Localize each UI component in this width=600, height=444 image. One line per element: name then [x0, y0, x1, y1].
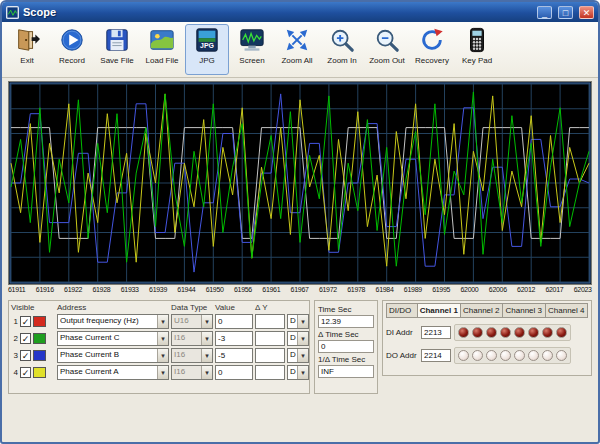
- x-tick-label: 61956: [234, 286, 252, 297]
- dido-panel: DI/DO Channel 1Channel 2Channel 3Channel…: [382, 300, 592, 376]
- channel-row: 1✓Output frequency (Hz)▾U16▾0D▾: [11, 314, 307, 329]
- data-type-dropdown[interactable]: U16▾: [171, 314, 213, 329]
- di-addr-input[interactable]: 2213: [421, 326, 451, 339]
- load-file-button[interactable]: Load File: [140, 24, 184, 75]
- do-addr-input[interactable]: 2214: [421, 349, 451, 362]
- row-visible-cell: 3✓: [11, 350, 55, 361]
- chevron-down-icon[interactable]: ▾: [297, 366, 308, 379]
- header-value: Value: [215, 303, 253, 312]
- row-index: 4: [11, 368, 18, 377]
- jpg-button[interactable]: JPGJPG: [185, 24, 229, 75]
- chevron-down-icon[interactable]: ▾: [157, 332, 168, 345]
- channel-color-swatch: [33, 367, 46, 378]
- zoom-out-button[interactable]: Zoom Out: [365, 24, 409, 75]
- x-tick-label: 62023: [574, 286, 592, 297]
- tab-channel-1[interactable]: Channel 1: [418, 303, 461, 318]
- data-type-dropdown[interactable]: I16▾: [171, 348, 213, 363]
- toolbar-button-label: Save File: [100, 56, 133, 65]
- delta-y-box: [255, 348, 285, 363]
- visible-checkbox[interactable]: ✓: [20, 316, 31, 327]
- do-led-indicator: [556, 350, 567, 361]
- x-tick-label: 61995: [432, 286, 450, 297]
- zoom-in-icon: [329, 27, 355, 53]
- data-type-dropdown[interactable]: I16▾: [171, 365, 213, 380]
- x-tick-label: 61939: [149, 286, 167, 297]
- toolbar-button-label: Screen: [239, 56, 264, 65]
- address-dropdown[interactable]: Phase Current A▾: [57, 365, 169, 380]
- toolbar: ExitRecordSave FileLoad FileJPGJPGScreen…: [2, 22, 598, 78]
- channel-row: 2✓Phase Current C▾I16▾-3D▾: [11, 331, 307, 346]
- x-tick-label: 61989: [404, 286, 422, 297]
- address-dropdown[interactable]: Phase Current B▾: [57, 348, 169, 363]
- value-box: -3: [215, 331, 253, 346]
- di-led-indicator: [514, 327, 525, 338]
- zoom-all-button[interactable]: Zoom All: [275, 24, 319, 75]
- record-button[interactable]: Record: [50, 24, 94, 75]
- address-dropdown[interactable]: Output frequency (Hz)▾: [57, 314, 169, 329]
- x-tick-label: 61928: [92, 286, 110, 297]
- delta-mode-dropdown[interactable]: D▾: [287, 331, 309, 346]
- visible-checkbox[interactable]: ✓: [20, 367, 31, 378]
- zoom-out-icon: [374, 27, 400, 53]
- chevron-down-icon[interactable]: ▾: [157, 349, 168, 362]
- channel-row: 4✓Phase Current A▾I16▾0D▾: [11, 365, 307, 380]
- visible-checkbox[interactable]: ✓: [20, 350, 31, 361]
- visible-checkbox[interactable]: ✓: [20, 333, 31, 344]
- chevron-down-icon: ▾: [201, 332, 212, 345]
- chevron-down-icon[interactable]: ▾: [297, 349, 308, 362]
- header-visible: Visible: [11, 303, 55, 312]
- x-tick-label: 61978: [347, 286, 365, 297]
- di-led-indicator: [486, 327, 497, 338]
- row-index: 2: [11, 334, 18, 343]
- x-tick-label: 61972: [319, 286, 337, 297]
- toolbar-button-label: Zoom In: [327, 56, 356, 65]
- zoom-in-button[interactable]: Zoom In: [320, 24, 364, 75]
- value-box: -5: [215, 348, 253, 363]
- channel-table-header: Visible Address Data Type Value Δ Y: [11, 303, 307, 312]
- channel-row: 3✓Phase Current B▾I16▾-5D▾: [11, 348, 307, 363]
- chevron-down-icon: ▾: [201, 349, 212, 362]
- delta-mode-dropdown[interactable]: D▾: [287, 348, 309, 363]
- key-pad-button[interactable]: Key Pad: [455, 24, 499, 75]
- recovery-button[interactable]: Recovery: [410, 24, 454, 75]
- do-led-indicator: [514, 350, 525, 361]
- chevron-down-icon[interactable]: ▾: [297, 315, 308, 328]
- row-visible-cell: 4✓: [11, 367, 55, 378]
- delta-mode-dropdown[interactable]: D▾: [287, 314, 309, 329]
- maximize-button[interactable]: □: [558, 6, 573, 19]
- toolbar-button-label: Record: [59, 56, 85, 65]
- chevron-down-icon[interactable]: ▾: [157, 366, 168, 379]
- titlebar[interactable]: Scope _ □ ✕: [2, 2, 598, 22]
- chevron-down-icon[interactable]: ▾: [297, 332, 308, 345]
- screen-button[interactable]: Screen: [230, 24, 274, 75]
- tab-channel-2[interactable]: Channel 2: [461, 303, 504, 318]
- tab-channel-3[interactable]: Channel 3: [503, 303, 546, 318]
- minimize-button[interactable]: _: [537, 6, 552, 19]
- value-box: 0: [215, 314, 253, 329]
- do-led-indicator: [472, 350, 483, 361]
- inv-delta-time-label: 1/Δ Time Sec: [318, 355, 374, 364]
- chevron-down-icon: ▾: [201, 366, 212, 379]
- scope-chart-area[interactable]: [8, 81, 592, 285]
- time-panel: Time Sec 12.39 Δ Time Sec 0 1/Δ Time Sec…: [314, 300, 378, 394]
- save-file-button[interactable]: Save File: [95, 24, 139, 75]
- x-tick-label: 61933: [121, 286, 139, 297]
- di-led-indicator: [542, 327, 553, 338]
- chevron-down-icon[interactable]: ▾: [157, 315, 168, 328]
- header-data-type: Data Type: [171, 303, 213, 312]
- do-row: DO Addr 2214: [386, 347, 588, 364]
- di-led-strip: [454, 324, 571, 341]
- data-type-dropdown[interactable]: I16▾: [171, 331, 213, 346]
- bottom-panel: Visible Address Data Type Value Δ Y 1✓Ou…: [8, 300, 592, 394]
- delta-time-value: 0: [318, 340, 374, 353]
- delta-mode-dropdown[interactable]: D▾: [287, 365, 309, 380]
- address-dropdown[interactable]: Phase Current C▾: [57, 331, 169, 346]
- jpg-export-icon: JPG: [194, 27, 220, 53]
- dido-header: DI/DO Channel 1Channel 2Channel 3Channel…: [386, 303, 588, 318]
- exit-button[interactable]: Exit: [5, 24, 49, 75]
- svg-text:JPG: JPG: [200, 42, 214, 49]
- close-button[interactable]: ✕: [579, 6, 594, 19]
- recovery-icon: [419, 27, 445, 53]
- tab-channel-4[interactable]: Channel 4: [546, 303, 589, 318]
- x-tick-label: 61984: [376, 286, 394, 297]
